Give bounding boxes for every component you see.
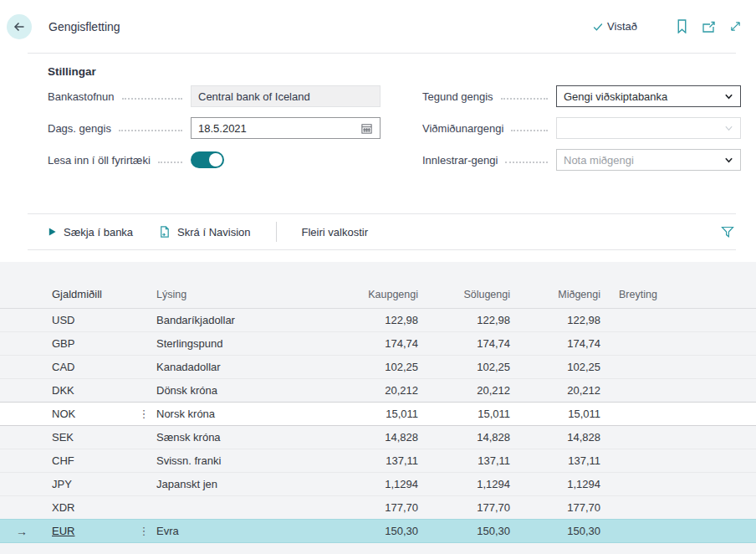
rate-type-label: Tegund gengis xyxy=(422,90,493,103)
col-header-solugengi[interactable]: Sölugengi xyxy=(418,289,510,300)
currency-description-cell: Svissn. franki xyxy=(154,454,351,467)
mid-rate-cell: 15,011 xyxy=(510,408,600,420)
currency-code-cell[interactable]: DKK xyxy=(52,384,74,397)
table-row[interactable]: → GBP ⋮ Sterlingspund 174,74 174,74 174,… xyxy=(0,332,756,356)
field-dags-gengis: Dags. gengis 18.5.2021 xyxy=(48,117,381,139)
col-header-gjaldmidill[interactable]: Gjaldmiðill xyxy=(43,288,134,300)
currency-code-cell[interactable]: GBP xyxy=(52,337,74,350)
mid-rate-cell: 122,98 xyxy=(510,314,600,326)
open-in-new-window-icon[interactable] xyxy=(701,19,716,34)
import-rate-value: Nota miðgengi xyxy=(564,154,634,167)
bank-institution-label: Bankastofnun xyxy=(48,90,115,103)
expand-icon[interactable] xyxy=(728,19,743,34)
sell-rate-cell: 1,1294 xyxy=(418,478,510,490)
currency-code-cell[interactable]: USD xyxy=(52,314,74,326)
sell-rate-cell: 177,70 xyxy=(418,501,510,514)
table-row[interactable]: → JPY ⋮ Japanskt jen 1,1294 1,1294 1,129… xyxy=(0,473,756,496)
currency-description-cell: Dönsk króna xyxy=(154,384,351,397)
field-bankastofnun: Bankastofnun Central bank of Iceland xyxy=(48,85,381,107)
top-bar: Gengisfletting Vistað xyxy=(0,0,756,53)
fetch-from-bank-button[interactable]: Sækja í banka xyxy=(48,226,133,239)
dotted-leader xyxy=(511,130,548,131)
more-options-button[interactable]: Fleiri valkostir xyxy=(302,226,368,239)
table-row[interactable]: → EUR ⋮ Evra 150,30 150,30 150,30 xyxy=(0,519,756,543)
table-row[interactable]: → USD ⋮ Bandaríkjadollar 122,98 122,98 1… xyxy=(0,309,756,332)
mid-rate-cell: 174,74 xyxy=(510,337,600,350)
table-row[interactable]: → DKK ⋮ Dönsk króna 20,212 20,212 20,212 xyxy=(0,379,756,403)
back-arrow-icon xyxy=(13,20,26,33)
back-button[interactable] xyxy=(7,14,32,39)
filter-button[interactable] xyxy=(721,226,734,239)
dotted-leader xyxy=(158,162,182,163)
calendar-icon[interactable] xyxy=(360,122,373,135)
dotted-leader xyxy=(501,98,548,100)
sell-rate-cell: 122,98 xyxy=(418,314,510,326)
currency-code-cell[interactable]: XDR xyxy=(52,501,74,514)
sell-rate-cell: 102,25 xyxy=(418,361,510,373)
check-icon xyxy=(592,21,604,33)
sell-rate-cell: 150,30 xyxy=(418,525,510,537)
table-row[interactable]: → CHF ⋮ Svissn. franki 137,11 137,11 137… xyxy=(0,449,756,473)
mid-rate-cell: 14,828 xyxy=(510,431,600,444)
row-context-menu-icon[interactable]: ⋮ xyxy=(139,525,150,537)
dotted-leader xyxy=(119,130,182,131)
toggle-knob xyxy=(209,153,222,167)
bank-institution-field: Central bank of Iceland xyxy=(191,85,381,107)
currency-code-cell[interactable]: SEK xyxy=(52,431,74,444)
rate-type-select[interactable]: Gengi viðskiptabanka xyxy=(556,85,741,107)
currency-code-cell[interactable]: NOK xyxy=(52,408,75,420)
action-bar: Sækja í banka Skrá í Navision Fleiri val… xyxy=(0,214,756,249)
settings-section-title: Stillingar xyxy=(48,65,756,78)
filter-funnel-icon xyxy=(721,226,734,239)
import-rate-select[interactable]: Nota miðgengi xyxy=(556,149,741,171)
sell-rate-cell: 137,11 xyxy=(418,454,510,467)
col-header-midgengi[interactable]: Miðgengi xyxy=(510,289,600,300)
read-all-companies-toggle[interactable] xyxy=(191,151,224,168)
currency-code-cell[interactable]: JPY xyxy=(52,478,72,490)
page-title: Gengisfletting xyxy=(49,20,120,33)
buy-rate-cell: 174,74 xyxy=(351,337,418,350)
buy-rate-cell: 20,212 xyxy=(351,384,418,397)
currency-description-cell: Bandaríkjadollar xyxy=(154,314,351,326)
saved-label: Vistað xyxy=(607,20,637,33)
col-header-lysing[interactable]: Lýsing xyxy=(154,289,351,300)
settings-section: Stillingar Bankastofnun Central bank of … xyxy=(0,54,756,213)
buy-rate-cell: 102,25 xyxy=(351,361,418,373)
field-vidmidunargengi: Viðmiðunargengi xyxy=(422,117,741,139)
field-lesa-inn: Lesa inn í öll fyrirtæki xyxy=(48,149,381,171)
register-in-navision-label: Skrá í Navision xyxy=(177,226,250,239)
reference-rate-label: Viðmiðunargengi xyxy=(422,122,503,135)
buy-rate-cell: 150,30 xyxy=(351,525,418,537)
buy-rate-cell: 122,98 xyxy=(351,314,418,326)
table-row[interactable]: → CAD ⋮ Kanadadollar 102,25 102,25 102,2… xyxy=(0,356,756,379)
row-context-menu-icon[interactable]: ⋮ xyxy=(139,408,150,420)
col-header-breyting[interactable]: Breyting xyxy=(600,289,701,300)
field-innlestrar-gengi: Innlestrar-gengi Nota miðgengi xyxy=(422,149,741,171)
col-header-kaupgengi[interactable]: Kaupgengi xyxy=(351,289,418,300)
currency-code-cell[interactable]: CHF xyxy=(52,454,74,467)
chevron-down-icon xyxy=(724,124,733,133)
table-row[interactable]: → NOK ⋮ Norsk króna 15,011 15,011 15,011 xyxy=(0,402,756,426)
mid-rate-cell: 150,30 xyxy=(510,525,600,537)
rate-date-label: Dags. gengis xyxy=(48,122,111,135)
chevron-down-icon xyxy=(724,156,733,165)
table-row[interactable]: → SEK ⋮ Sænsk króna 14,828 14,828 14,828 xyxy=(0,426,756,449)
mid-rate-cell: 177,70 xyxy=(510,501,600,514)
table-row[interactable]: → XDR ⋮ 177,70 177,70 177,70 xyxy=(0,496,756,520)
mid-rate-cell: 1,1294 xyxy=(510,478,600,490)
buy-rate-cell: 15,011 xyxy=(351,408,418,420)
currency-code-cell[interactable]: CAD xyxy=(52,361,74,373)
exchange-rate-page: Gengisfletting Vistað xyxy=(0,0,756,554)
currency-description-cell: Sænsk króna xyxy=(154,431,351,444)
table-body: → USD ⋮ Bandaríkjadollar 122,98 122,98 1… xyxy=(0,309,756,543)
bookmark-icon[interactable] xyxy=(674,19,689,34)
buy-rate-cell: 14,828 xyxy=(351,431,418,444)
chevron-down-icon xyxy=(724,92,733,101)
dotted-leader xyxy=(505,162,548,163)
register-in-navision-button[interactable]: Skrá í Navision xyxy=(158,225,250,239)
buy-rate-cell: 137,11 xyxy=(351,454,418,467)
dotted-leader xyxy=(122,98,182,100)
sell-rate-cell: 14,828 xyxy=(418,431,510,444)
currency-code-cell[interactable]: EUR xyxy=(52,525,74,537)
rate-date-input[interactable]: 18.5.2021 xyxy=(191,117,381,139)
